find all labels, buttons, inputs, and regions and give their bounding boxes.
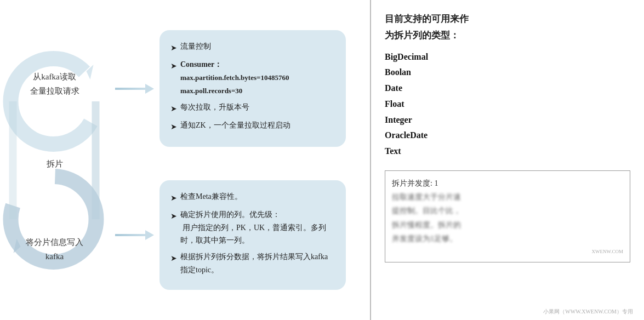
- note-watermark: XWENW.COM: [392, 248, 623, 256]
- bullet-arrow-icon3: ➤: [170, 102, 177, 116]
- type-date: Date: [385, 81, 630, 96]
- content-box-top: ➤ 流量控制 ➤ Consumer： max.partition.fetch.b…: [159, 30, 346, 147]
- label-bot: 将分片信息写入 kafka: [26, 238, 83, 261]
- bullet-version-text: 每次拉取，升版本号: [180, 101, 335, 114]
- note-box: 拆片并发度: 1 拉取速度大于分片速 提控制。目比个比， 拆片慢程度。拆片的 并…: [385, 170, 630, 262]
- label-mid: 拆片: [47, 159, 63, 168]
- right-column: 目前支持的可用来作为拆片列的类型： BigDecimal Boolan Date…: [370, 0, 644, 320]
- bullet-arrow-icon: ➤: [170, 41, 177, 55]
- bullet-consumer-text: Consumer： max.partition.fetch.bytes=1048…: [180, 58, 335, 97]
- bullet-consumer: ➤ Consumer： max.partition.fetch.bytes=10…: [170, 58, 335, 97]
- type-boolan: Boolan: [385, 65, 630, 81]
- type-text: Text: [385, 144, 630, 159]
- type-float: Float: [385, 96, 630, 112]
- bullet-arrow-icon6: ➤: [170, 209, 177, 223]
- content-box-bottom: ➤ 检查Meta兼容性。 ➤ 确定拆片使用的列。优先级： 用户指定的列，PK，U…: [159, 180, 346, 290]
- bullet-arrow-icon2: ➤: [170, 59, 177, 73]
- bullet-split-text: 根据拆片列拆分数据，将拆片结果写入kafka指定topic。: [180, 250, 335, 277]
- type-oracledate: OracleDate: [385, 128, 630, 144]
- arrow-top: [115, 84, 154, 94]
- label-top: 从kafka读取 全量拉取请求: [30, 72, 79, 95]
- bullet-flow-text: 流量控制: [180, 40, 335, 53]
- left-column: 从kafka读取 全量拉取请求 拆片 将分片信息写入 kafka: [0, 0, 107, 320]
- center-row-top: ➤ 流量控制 ➤ Consumer： max.partition.fetch.b…: [115, 30, 362, 147]
- bullet-columns-text: 确定拆片使用的列。优先级： 用户指定的列，PK，UK，普通索引。多列时，取其中第…: [180, 208, 335, 247]
- bullet-arrow-icon4: ➤: [170, 120, 177, 134]
- bullet-columns: ➤ 确定拆片使用的列。优先级： 用户指定的列，PK，UK，普通索引。多列时，取其…: [170, 208, 335, 247]
- bullet-notify-text: 通知ZK，一个全量拉取过程启动: [180, 119, 335, 132]
- types-list: BigDecimal Boolan Date Float Integer Ora…: [385, 49, 630, 160]
- type-bigdecimal: BigDecimal: [385, 49, 630, 65]
- right-title: 目前支持的可用来作为拆片列的类型：: [385, 11, 630, 44]
- bottom-watermark: 小果网（WWW.XWENW.COM）专用: [543, 308, 633, 316]
- bullet-split: ➤ 根据拆片列拆分数据，将拆片结果写入kafka指定topic。: [170, 250, 335, 277]
- arrow-bottom: [115, 230, 154, 240]
- bullet-arrow-icon7: ➤: [170, 252, 177, 265]
- center-row-bottom: ➤ 检查Meta兼容性。 ➤ 确定拆片使用的列。优先级： 用户指定的列，PK，U…: [115, 180, 362, 290]
- bullet-flow-control: ➤ 流量控制: [170, 40, 335, 55]
- bullet-version: ➤ 每次拉取，升版本号: [170, 101, 335, 116]
- type-integer: Integer: [385, 112, 630, 128]
- center-column: ➤ 流量控制 ➤ Consumer： max.partition.fetch.b…: [107, 0, 370, 320]
- bullet-meta-text: 检查Meta兼容性。: [180, 190, 335, 203]
- bullet-meta: ➤ 检查Meta兼容性。: [170, 190, 335, 205]
- note-line-1: 拆片并发度: 1 拉取速度大于分片速 提控制。目比个比， 拆片慢程度。拆片的 并…: [392, 176, 623, 245]
- bullet-notify-zk: ➤ 通知ZK，一个全量拉取过程启动: [170, 119, 335, 134]
- bullet-arrow-icon5: ➤: [170, 191, 177, 205]
